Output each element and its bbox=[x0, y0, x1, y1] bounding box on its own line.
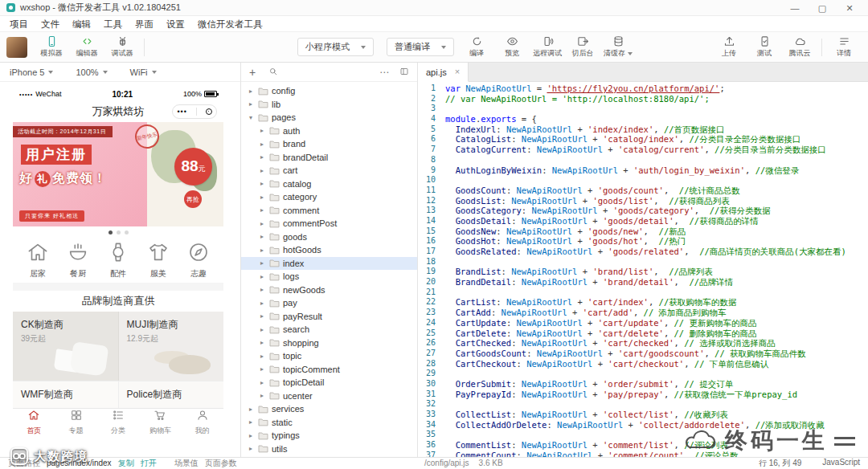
chevron-right-icon[interactable]: ▸ bbox=[260, 141, 269, 148]
chevron-right-icon[interactable]: ▸ bbox=[260, 153, 269, 161]
chevron-right-icon[interactable]: ▸ bbox=[260, 127, 269, 134]
language-mode[interactable]: JavaScript bbox=[822, 458, 860, 469]
chevron-right-icon[interactable]: ▸ bbox=[260, 379, 269, 386]
carousel-dot[interactable] bbox=[125, 230, 129, 234]
promo-banner[interactable]: 活动截止时间：2014年12月31日 新年快乐 用户注册 好礼免费领！ 88元 … bbox=[13, 122, 223, 226]
category-居家[interactable]: 居家 bbox=[18, 240, 58, 283]
maximize-icon[interactable]: ▢ bbox=[809, 0, 836, 16]
close-icon[interactable]: ✕ bbox=[836, 0, 863, 16]
tree-item-category[interactable]: ▸category bbox=[241, 190, 417, 204]
phone-preview[interactable]: ••••• WeChat 10:21 100% 万家烘焙坊 ••• bbox=[13, 87, 223, 435]
menu-item-2[interactable]: 编辑 bbox=[66, 16, 97, 32]
tree-item-comment[interactable]: ▸comment bbox=[241, 204, 417, 218]
remote-debug-button[interactable]: 远程调试 bbox=[530, 33, 565, 62]
tab-购物车[interactable]: 购物车 bbox=[139, 409, 181, 435]
chevron-right-icon[interactable]: ▸ bbox=[260, 194, 269, 201]
menu-item-0[interactable]: 项目 bbox=[3, 16, 35, 32]
open-link[interactable]: 打开 bbox=[141, 458, 157, 469]
menu-item-1[interactable]: 文件 bbox=[35, 16, 66, 32]
category-志趣[interactable]: 志趣 bbox=[178, 240, 219, 283]
chevron-down-icon[interactable]: ▾ bbox=[249, 114, 258, 121]
tree-item-brandDetail[interactable]: ▸brandDetail bbox=[241, 151, 417, 165]
tree-item-newGoods[interactable]: ▸newGoods bbox=[241, 283, 417, 297]
chevron-right-icon[interactable]: ▸ bbox=[260, 300, 269, 307]
chevron-right-icon[interactable]: ▸ bbox=[260, 353, 269, 360]
chevron-right-icon[interactable]: ▸ bbox=[260, 365, 269, 373]
scene-label[interactable]: 场景值 bbox=[174, 458, 199, 469]
more-icon[interactable]: ••• bbox=[177, 108, 186, 116]
tree-item-hotGoods[interactable]: ▸hotGoods bbox=[241, 243, 417, 257]
menu-item-6[interactable]: 微信开发者工具 bbox=[191, 16, 269, 32]
carousel-dot[interactable] bbox=[117, 230, 121, 234]
zoom-select[interactable]: 100% bbox=[76, 67, 107, 77]
minimize-icon[interactable]: — bbox=[781, 0, 809, 16]
tree-item-pages[interactable]: ▾pages bbox=[241, 111, 417, 124]
chevron-right-icon[interactable]: ▸ bbox=[249, 418, 258, 426]
tree-item-topic[interactable]: ▸topic bbox=[241, 349, 417, 363]
tab-我的[interactable]: 我的 bbox=[182, 409, 223, 435]
chevron-right-icon[interactable]: ▸ bbox=[260, 286, 269, 293]
page-params-label[interactable]: 页面参数 bbox=[205, 458, 237, 469]
tree-item-topicDetail[interactable]: ▸topicDetail bbox=[241, 376, 417, 389]
tree-item-app.js[interactable]: JSapp.js bbox=[241, 455, 417, 457]
chevron-right-icon[interactable]: ▸ bbox=[260, 247, 269, 254]
capsule-menu[interactable]: ••• bbox=[172, 104, 217, 119]
tab-分类[interactable]: 分类 bbox=[97, 409, 139, 435]
test-button[interactable]: 测试 bbox=[747, 33, 782, 62]
chevron-right-icon[interactable]: ▸ bbox=[249, 88, 258, 95]
tab-api-js[interactable]: api.js × bbox=[418, 63, 469, 82]
tree-item-cart[interactable]: ▸cart bbox=[241, 164, 417, 177]
tree-item-lib[interactable]: ▸lib bbox=[241, 98, 417, 112]
chevron-right-icon[interactable]: ▸ bbox=[260, 220, 269, 227]
close-tab-icon[interactable]: × bbox=[455, 67, 460, 76]
compile-mode-select[interactable]: 普通编译 bbox=[387, 38, 454, 56]
chevron-right-icon[interactable]: ▸ bbox=[260, 312, 269, 320]
tree-item-payResult[interactable]: ▸payResult bbox=[241, 310, 417, 324]
debugger-toggle-button[interactable]: 调试器 bbox=[104, 33, 140, 62]
tree-item-logs[interactable]: ▸logs bbox=[241, 270, 417, 283]
chevron-right-icon[interactable]: ▸ bbox=[260, 326, 269, 333]
menu-item-3[interactable]: 工具 bbox=[97, 16, 129, 32]
mode-select[interactable]: 小程序模式 bbox=[297, 38, 374, 56]
chevron-right-icon[interactable]: ▸ bbox=[260, 273, 269, 280]
chevron-right-icon[interactable]: ▸ bbox=[249, 432, 258, 439]
user-avatar[interactable] bbox=[6, 37, 27, 58]
carousel-dot[interactable] bbox=[108, 230, 113, 234]
category-配件[interactable]: 配件 bbox=[98, 240, 138, 283]
tree-item-shopping[interactable]: ▸shopping bbox=[241, 336, 417, 350]
tree-item-static[interactable]: ▸static bbox=[241, 416, 417, 430]
tree-item-topicComment[interactable]: ▸topicComment bbox=[241, 363, 417, 377]
chevron-right-icon[interactable]: ▸ bbox=[260, 206, 269, 214]
chevron-right-icon[interactable]: ▸ bbox=[260, 167, 269, 174]
cursor-position[interactable]: 行 16, 列 49 bbox=[759, 458, 801, 469]
device-select[interactable]: iPhone 5 bbox=[10, 67, 53, 77]
more-icon[interactable]: ⋯ bbox=[379, 67, 390, 77]
editor-toggle-button[interactable]: 编辑器 bbox=[69, 33, 104, 62]
chevron-right-icon[interactable]: ▸ bbox=[260, 259, 269, 267]
tab-首页[interactable]: 首页 bbox=[13, 409, 55, 435]
tree-item-typings[interactable]: ▸typings bbox=[241, 429, 417, 442]
tree-item-catalog[interactable]: ▸catalog bbox=[241, 177, 417, 191]
tree-item-brand[interactable]: ▸brand bbox=[241, 137, 417, 151]
tree-item-index[interactable]: ▸index bbox=[241, 257, 417, 271]
upload-button[interactable]: 上传 bbox=[711, 33, 747, 62]
compile-button[interactable]: 编译 bbox=[459, 33, 494, 62]
details-button[interactable]: 详情 bbox=[826, 33, 862, 62]
chevron-right-icon[interactable]: ▸ bbox=[260, 339, 269, 346]
tree-item-config[interactable]: ▸config bbox=[241, 84, 417, 98]
preview-button[interactable]: 预览 bbox=[494, 33, 530, 62]
tab-专题[interactable]: 专题 bbox=[55, 409, 96, 435]
chevron-right-icon[interactable]: ▸ bbox=[249, 406, 258, 413]
brand-card-CK制造商[interactable]: CK制造商39元起 bbox=[13, 312, 119, 381]
chevron-right-icon[interactable]: ▸ bbox=[249, 445, 258, 452]
tree-item-commentPost[interactable]: ▸commentPost bbox=[241, 217, 417, 230]
tree-item-pay[interactable]: ▸pay bbox=[241, 296, 417, 310]
code-editor[interactable]: 1var NewApiRootUrl = 'https://fly2you.cn… bbox=[418, 82, 868, 457]
search-icon[interactable] bbox=[268, 65, 278, 80]
tree-item-utils[interactable]: ▸utils bbox=[241, 442, 417, 456]
switch-background-button[interactable]: 切后台 bbox=[565, 33, 600, 62]
chevron-right-icon[interactable]: ▸ bbox=[260, 233, 269, 240]
menu-item-4[interactable]: 界面 bbox=[129, 16, 160, 32]
tree-item-auth[interactable]: ▸auth bbox=[241, 124, 417, 138]
tree-item-search[interactable]: ▸search bbox=[241, 323, 417, 336]
